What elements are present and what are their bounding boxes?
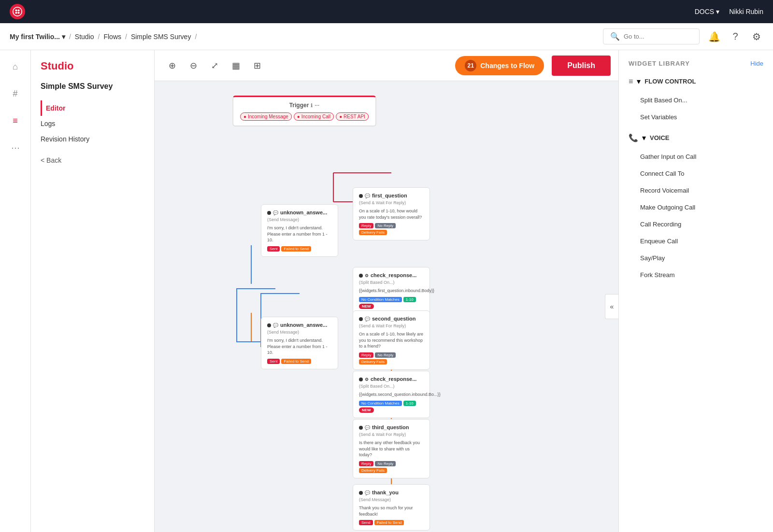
canvas-content[interactable]: Trigger ℹ ⋯ ● Incoming Message ● Incomin…: [155, 81, 618, 532]
set-variables-item[interactable]: Set Variables: [629, 109, 763, 126]
call-recording-item[interactable]: Call Recording: [629, 216, 763, 233]
check-response-1-title: check_response...: [371, 272, 416, 278]
breadcrumb-sep-1: /: [69, 33, 71, 41]
check-response-2-title: check_response...: [371, 376, 416, 382]
fork-stream-item[interactable]: Fork Stream: [629, 266, 763, 283]
unknown-answer-2-node[interactable]: 💬 unknown_answe... (Send Message) I'm so…: [261, 317, 338, 369]
changes-count: 21: [465, 60, 476, 71]
say-play-item[interactable]: Say/Play: [629, 250, 763, 266]
flow-name: Simple SMS Survey: [41, 82, 144, 91]
incoming-message-btn[interactable]: ● Incoming Message: [240, 112, 292, 121]
gather-input-item[interactable]: Gather Input on Call: [629, 148, 763, 165]
check-response-2-subtitle: (Split Based On...): [359, 384, 424, 389]
studio-title: Studio: [41, 60, 144, 72]
record-voicemail-item[interactable]: Record Voicemail: [629, 182, 763, 199]
first-question-node[interactable]: 💬 first_question (Send & Wait For Reply)…: [353, 187, 430, 240]
make-outgoing-call-item[interactable]: Make Outgoing Call: [629, 199, 763, 216]
breadcrumb-studio[interactable]: Studio: [75, 33, 94, 41]
docs-label: DOCS: [695, 8, 714, 15]
notifications-icon[interactable]: 🔔: [707, 30, 721, 43]
check-response-2-node[interactable]: ⚙ check_response... (Split Based On...) …: [353, 371, 430, 418]
fit-button[interactable]: ⤢: [205, 56, 224, 75]
nav-item-revision-history[interactable]: Revision History: [41, 131, 144, 147]
search-input[interactable]: [624, 33, 691, 40]
canvas-area: ⊕ ⊖ ⤢ ▦ ⊞ 21 Changes to Flow Publish: [155, 50, 618, 532]
changes-label: Changes to Flow: [480, 62, 534, 70]
breadcrumb: My first Twilio... ▾ / Studio / Flows / …: [10, 33, 197, 41]
third-question-subtitle: (Send & Wait For Reply): [359, 432, 424, 437]
unknown-answer-2-body: I'm sorry, I didn't understand. Please e…: [267, 337, 332, 356]
twilio-icon: [10, 4, 25, 19]
first-question-subtitle: (Send & Wait For Reply): [359, 200, 424, 205]
unknown-answer-1-subtitle: (Send Message): [267, 217, 332, 222]
back-button[interactable]: < Back: [41, 156, 144, 164]
toolbar-left: ⊕ ⊖ ⤢ ▦ ⊞: [162, 56, 267, 75]
toolbar-right: 21 Changes to Flow Publish: [455, 56, 611, 76]
third-question-body: Is there any other feedback you would li…: [359, 440, 424, 458]
zoom-out-button[interactable]: ⊖: [184, 56, 203, 75]
thank-you-subtitle: (Send Message): [359, 497, 424, 502]
nav-item-logs[interactable]: Logs: [41, 116, 144, 131]
second-question-node[interactable]: 💬 second_question (Send & Wait For Reply…: [353, 310, 430, 370]
incoming-call-btn[interactable]: ● Incoming Call: [294, 112, 334, 121]
rest-api-btn[interactable]: ● REST API: [336, 112, 369, 121]
user-name[interactable]: Nikki Rubin: [729, 8, 763, 15]
more-icon[interactable]: ⋯: [7, 139, 24, 156]
thank-you-node[interactable]: 💬 thank_you (Send Message) Thank you so …: [353, 484, 430, 531]
breadcrumb-sep-3: /: [125, 33, 127, 41]
logo[interactable]: [10, 4, 25, 19]
nav-item-editor[interactable]: Editor: [41, 100, 144, 116]
breadcrumb-app[interactable]: My first Twilio... ▾: [10, 33, 65, 41]
docs-link[interactable]: DOCS ▾: [695, 8, 719, 15]
app-chevron-icon: ▾: [62, 33, 65, 41]
zoom-in-button[interactable]: ⊕: [162, 56, 182, 75]
connect-call-item[interactable]: Connect Call To: [629, 165, 763, 182]
flow-control-icon: ≡: [629, 77, 633, 86]
check-response-1-subtitle: (Split Based On...): [359, 280, 424, 285]
unknown-answer-1-body: I'm sorry, I didn't understand. Please e…: [267, 225, 332, 243]
topbar-icons: 🔔 ? ⚙: [707, 30, 763, 43]
docs-chevron-icon: ▾: [716, 8, 719, 15]
widget-panel: WIDGET LIBRARY Hide ≡ ▾ FLOW CONTROL Spl…: [618, 50, 773, 532]
flow-control-chevron: ▾: [637, 77, 641, 86]
second-question-subtitle: (Send & Wait For Reply): [359, 323, 424, 328]
enqueue-call-item[interactable]: Enqueue Call: [629, 233, 763, 250]
help-icon[interactable]: ?: [729, 30, 742, 43]
hash-icon[interactable]: #: [7, 85, 24, 102]
canvas-toolbar: ⊕ ⊖ ⤢ ▦ ⊞ 21 Changes to Flow Publish: [155, 50, 618, 81]
topbar-left: [10, 4, 25, 19]
search-bar[interactable]: 🔍: [603, 28, 700, 44]
flow-icon[interactable]: ≡: [7, 112, 24, 129]
topbar-right: DOCS ▾ Nikki Rubin: [695, 8, 763, 15]
changes-button[interactable]: 21 Changes to Flow: [455, 56, 544, 75]
grid-button-1[interactable]: ▦: [226, 56, 245, 75]
breadcrumb-flows[interactable]: Flows: [103, 33, 121, 41]
unknown-answer-1-node[interactable]: 💬 unknown_answe... (Send Message) I'm so…: [261, 204, 338, 257]
trigger-node[interactable]: Trigger ℹ ⋯ ● Incoming Message ● Incomin…: [232, 96, 376, 126]
split-based-on-item[interactable]: Split Based On...: [629, 92, 763, 109]
home-icon[interactable]: ⌂: [7, 58, 24, 75]
flow-control-title: FLOW CONTROL: [644, 78, 696, 85]
voice-chevron: ▾: [642, 133, 646, 142]
breadcrumb-survey[interactable]: Simple SMS Survey: [131, 33, 191, 41]
canvas-collapse-button[interactable]: «: [605, 294, 618, 319]
svg-point-3: [17, 12, 19, 14]
publish-button[interactable]: Publish: [552, 56, 611, 76]
voice-header: 📞 ▾ VOICE: [629, 133, 763, 142]
unknown-answer-1-title: unknown_answe...: [280, 210, 327, 215]
grid-button-2[interactable]: ⊞: [247, 56, 267, 75]
check-response-2-tags: No Condition Matches 1-10 NEW: [359, 401, 424, 413]
check-response-2-body: {{widgets.second_question.inbound.Bo...}…: [359, 392, 424, 398]
second-question-body: On a scale of 1-10, how likely are you t…: [359, 331, 424, 350]
unknown-answer-2-title: unknown_answe...: [280, 322, 327, 328]
thank-you-tags: Send Failed to Send: [359, 520, 424, 525]
check-response-1-node[interactable]: ⚙ check_response... (Split Based On...) …: [353, 267, 430, 314]
svg-point-0: [15, 9, 17, 11]
widget-panel-header: WIDGET LIBRARY Hide: [629, 60, 763, 67]
trigger-title: Trigger ℹ ⋯: [240, 102, 369, 109]
check-response-1-body: {{widgets.first_question.inbound.Body}}: [359, 288, 424, 294]
widget-hide-button[interactable]: Hide: [750, 60, 763, 67]
third-question-node[interactable]: 💬 third_question (Send & Wait For Reply)…: [353, 419, 430, 478]
trigger-buttons: ● Incoming Message ● Incoming Call ● RES…: [240, 112, 369, 121]
settings-icon[interactable]: ⚙: [750, 30, 763, 43]
